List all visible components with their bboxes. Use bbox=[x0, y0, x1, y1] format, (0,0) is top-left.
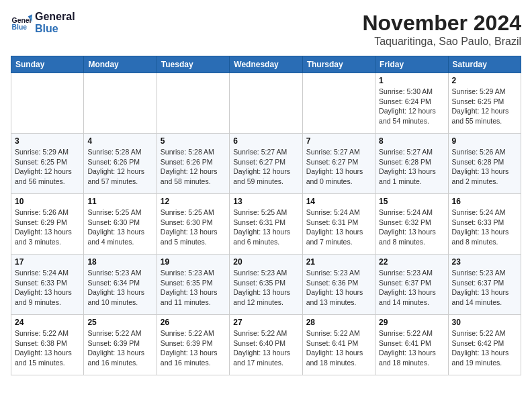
day-number: 22 bbox=[379, 257, 444, 267]
title-block: November 2024 Taquaritinga, Sao Paulo, B… bbox=[362, 11, 521, 48]
day-number: 29 bbox=[379, 318, 444, 327]
day-number: 4 bbox=[87, 136, 152, 146]
day-number: 11 bbox=[87, 197, 152, 206]
calendar-cell: 29Sunrise: 5:22 AM Sunset: 6:41 PM Dayli… bbox=[375, 315, 448, 375]
calendar-cell: 16Sunrise: 5:24 AM Sunset: 6:33 PM Dayli… bbox=[448, 194, 521, 255]
calendar-cell: 15Sunrise: 5:24 AM Sunset: 6:32 PM Dayli… bbox=[375, 194, 448, 255]
day-number: 1 bbox=[379, 76, 444, 85]
calendar-cell: 22Sunrise: 5:23 AM Sunset: 6:37 PM Dayli… bbox=[375, 255, 448, 315]
calendar-cell: 20Sunrise: 5:23 AM Sunset: 6:35 PM Dayli… bbox=[230, 255, 302, 315]
day-info: Sunrise: 5:22 AM Sunset: 6:42 PM Dayligh… bbox=[452, 328, 517, 368]
calendar-cell bbox=[230, 73, 302, 134]
day-info: Sunrise: 5:24 AM Sunset: 6:32 PM Dayligh… bbox=[379, 208, 444, 247]
day-number: 24 bbox=[15, 318, 80, 327]
location: Taquaritinga, Sao Paulo, Brazil bbox=[362, 36, 521, 48]
day-info: Sunrise: 5:22 AM Sunset: 6:38 PM Dayligh… bbox=[15, 328, 80, 368]
weekday-header: Sunday bbox=[11, 56, 84, 73]
day-number: 8 bbox=[379, 136, 444, 146]
logo: General Blue General Blue bbox=[11, 11, 75, 34]
calendar-cell: 17Sunrise: 5:24 AM Sunset: 6:33 PM Dayli… bbox=[11, 255, 84, 315]
calendar-cell bbox=[302, 73, 375, 134]
day-number: 23 bbox=[452, 257, 517, 267]
day-number: 16 bbox=[452, 197, 517, 206]
day-info: Sunrise: 5:23 AM Sunset: 6:34 PM Dayligh… bbox=[87, 268, 152, 308]
calendar-cell: 14Sunrise: 5:24 AM Sunset: 6:31 PM Dayli… bbox=[302, 194, 375, 255]
weekday-header: Wednesday bbox=[230, 56, 302, 73]
day-number: 26 bbox=[161, 318, 226, 327]
calendar-cell: 7Sunrise: 5:27 AM Sunset: 6:27 PM Daylig… bbox=[302, 134, 375, 194]
day-number: 3 bbox=[15, 136, 80, 146]
day-info: Sunrise: 5:23 AM Sunset: 6:35 PM Dayligh… bbox=[161, 268, 226, 308]
calendar-cell: 2Sunrise: 5:29 AM Sunset: 6:25 PM Daylig… bbox=[448, 73, 521, 134]
day-number: 14 bbox=[306, 197, 371, 206]
calendar-cell: 23Sunrise: 5:23 AM Sunset: 6:37 PM Dayli… bbox=[448, 255, 521, 315]
calendar-cell: 12Sunrise: 5:25 AM Sunset: 6:30 PM Dayli… bbox=[157, 194, 229, 255]
day-info: Sunrise: 5:25 AM Sunset: 6:30 PM Dayligh… bbox=[161, 208, 226, 247]
calendar-cell: 11Sunrise: 5:25 AM Sunset: 6:30 PM Dayli… bbox=[84, 194, 157, 255]
day-info: Sunrise: 5:22 AM Sunset: 6:40 PM Dayligh… bbox=[233, 328, 298, 368]
day-info: Sunrise: 5:22 AM Sunset: 6:39 PM Dayligh… bbox=[161, 328, 226, 368]
day-info: Sunrise: 5:27 AM Sunset: 6:28 PM Dayligh… bbox=[379, 147, 444, 187]
month-title: November 2024 bbox=[362, 11, 521, 36]
day-number: 17 bbox=[15, 257, 80, 267]
day-info: Sunrise: 5:22 AM Sunset: 6:41 PM Dayligh… bbox=[306, 328, 371, 368]
calendar-cell: 19Sunrise: 5:23 AM Sunset: 6:35 PM Dayli… bbox=[157, 255, 229, 315]
calendar-cell bbox=[157, 73, 229, 134]
day-info: Sunrise: 5:23 AM Sunset: 6:37 PM Dayligh… bbox=[379, 268, 444, 308]
calendar-cell: 18Sunrise: 5:23 AM Sunset: 6:34 PM Dayli… bbox=[84, 255, 157, 315]
day-number: 20 bbox=[233, 257, 298, 267]
day-info: Sunrise: 5:23 AM Sunset: 6:36 PM Dayligh… bbox=[306, 268, 371, 308]
day-number: 2 bbox=[452, 76, 517, 85]
day-info: Sunrise: 5:30 AM Sunset: 6:24 PM Dayligh… bbox=[379, 87, 444, 126]
day-info: Sunrise: 5:27 AM Sunset: 6:27 PM Dayligh… bbox=[306, 147, 371, 187]
day-info: Sunrise: 5:28 AM Sunset: 6:26 PM Dayligh… bbox=[161, 147, 226, 187]
day-number: 18 bbox=[87, 257, 152, 267]
calendar-cell: 9Sunrise: 5:26 AM Sunset: 6:28 PM Daylig… bbox=[448, 134, 521, 194]
day-info: Sunrise: 5:26 AM Sunset: 6:29 PM Dayligh… bbox=[15, 208, 80, 247]
calendar-cell: 4Sunrise: 5:28 AM Sunset: 6:26 PM Daylig… bbox=[84, 134, 157, 194]
calendar-cell: 6Sunrise: 5:27 AM Sunset: 6:27 PM Daylig… bbox=[230, 134, 302, 194]
day-number: 21 bbox=[306, 257, 371, 267]
day-info: Sunrise: 5:24 AM Sunset: 6:33 PM Dayligh… bbox=[15, 268, 80, 308]
calendar-cell: 30Sunrise: 5:22 AM Sunset: 6:42 PM Dayli… bbox=[448, 315, 521, 375]
calendar-cell: 13Sunrise: 5:25 AM Sunset: 6:31 PM Dayli… bbox=[230, 194, 302, 255]
day-info: Sunrise: 5:29 AM Sunset: 6:25 PM Dayligh… bbox=[15, 147, 80, 187]
calendar-cell: 3Sunrise: 5:29 AM Sunset: 6:25 PM Daylig… bbox=[11, 134, 84, 194]
svg-text:Blue: Blue bbox=[12, 24, 28, 31]
calendar-table: SundayMondayTuesdayWednesdayThursdayFrid… bbox=[11, 56, 521, 375]
weekday-header: Tuesday bbox=[157, 56, 229, 73]
calendar-cell: 24Sunrise: 5:22 AM Sunset: 6:38 PM Dayli… bbox=[11, 315, 84, 375]
calendar-cell: 28Sunrise: 5:22 AM Sunset: 6:41 PM Dayli… bbox=[302, 315, 375, 375]
day-info: Sunrise: 5:23 AM Sunset: 6:35 PM Dayligh… bbox=[233, 268, 298, 308]
day-number: 10 bbox=[15, 197, 80, 206]
logo-general: General bbox=[35, 11, 75, 23]
day-info: Sunrise: 5:23 AM Sunset: 6:37 PM Dayligh… bbox=[452, 268, 517, 308]
day-info: Sunrise: 5:25 AM Sunset: 6:30 PM Dayligh… bbox=[87, 208, 152, 247]
calendar-cell: 25Sunrise: 5:22 AM Sunset: 6:39 PM Dayli… bbox=[84, 315, 157, 375]
day-number: 15 bbox=[379, 197, 444, 206]
calendar-cell: 27Sunrise: 5:22 AM Sunset: 6:40 PM Dayli… bbox=[230, 315, 302, 375]
weekday-header: Friday bbox=[375, 56, 448, 73]
calendar-cell: 21Sunrise: 5:23 AM Sunset: 6:36 PM Dayli… bbox=[302, 255, 375, 315]
weekday-header: Thursday bbox=[302, 56, 375, 73]
day-number: 19 bbox=[161, 257, 226, 267]
day-info: Sunrise: 5:24 AM Sunset: 6:31 PM Dayligh… bbox=[306, 208, 371, 247]
calendar-cell: 1Sunrise: 5:30 AM Sunset: 6:24 PM Daylig… bbox=[375, 73, 448, 134]
calendar-cell: 5Sunrise: 5:28 AM Sunset: 6:26 PM Daylig… bbox=[157, 134, 229, 194]
day-number: 5 bbox=[161, 136, 226, 146]
day-info: Sunrise: 5:25 AM Sunset: 6:31 PM Dayligh… bbox=[233, 208, 298, 247]
calendar-cell bbox=[84, 73, 157, 134]
day-number: 9 bbox=[452, 136, 517, 146]
page-header: General Blue General Blue November 2024 … bbox=[11, 11, 521, 48]
calendar-cell: 10Sunrise: 5:26 AM Sunset: 6:29 PM Dayli… bbox=[11, 194, 84, 255]
day-number: 25 bbox=[87, 318, 152, 327]
day-info: Sunrise: 5:29 AM Sunset: 6:25 PM Dayligh… bbox=[452, 87, 517, 126]
day-number: 30 bbox=[452, 318, 517, 327]
day-number: 28 bbox=[306, 318, 371, 327]
day-info: Sunrise: 5:22 AM Sunset: 6:41 PM Dayligh… bbox=[379, 328, 444, 368]
day-info: Sunrise: 5:26 AM Sunset: 6:28 PM Dayligh… bbox=[452, 147, 517, 187]
calendar-cell bbox=[11, 73, 84, 134]
day-number: 13 bbox=[233, 197, 298, 206]
day-number: 7 bbox=[306, 136, 371, 146]
weekday-header: Monday bbox=[84, 56, 157, 73]
